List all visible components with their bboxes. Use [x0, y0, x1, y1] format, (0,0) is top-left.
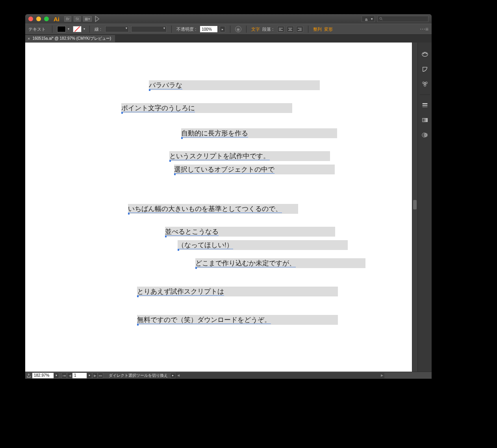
- paragraph-label: 段落 :: [262, 26, 273, 32]
- search-icon: [379, 17, 383, 21]
- text-content: 自動的に長方形を作る: [181, 130, 248, 137]
- stock-icon[interactable]: St: [74, 16, 81, 22]
- text-object[interactable]: 自動的に長方形を作る: [181, 128, 337, 138]
- text-anchor-handle[interactable]: [174, 174, 176, 175]
- artboard-prev-button[interactable]: ◀: [67, 373, 72, 378]
- status-text: ダイレクト選択ツールを切り換え: [109, 373, 168, 378]
- workspace-switcher[interactable]: a: [362, 16, 375, 22]
- text-anchor-handle[interactable]: [137, 324, 139, 326]
- transparency-panel-icon[interactable]: [420, 130, 430, 140]
- text-anchor-handle[interactable]: [181, 137, 183, 139]
- control-bar: テキスト 線 : 不透明度 : 100% ▸ ◉ 文字 段落 : 整列 変形 ⋯…: [25, 24, 432, 35]
- svg-rect-15: [422, 118, 427, 122]
- artboard-dropdown-arrow[interactable]: ▾: [87, 373, 92, 378]
- artboard-next-button[interactable]: ▶: [92, 373, 98, 378]
- swatches-panel-icon[interactable]: [420, 80, 430, 89]
- selection-context-label: テキスト: [28, 26, 46, 32]
- text-object[interactable]: いちばん幅の大きいものを基準としてつくるので、: [128, 204, 298, 214]
- minimize-window-button[interactable]: [36, 17, 41, 21]
- text-anchor-handle[interactable]: [137, 296, 139, 297]
- align-center-button[interactable]: [287, 26, 294, 32]
- svg-line-10: [423, 83, 425, 85]
- text-anchor-handle[interactable]: [178, 249, 179, 251]
- text-object[interactable]: （なってほしい!）: [178, 240, 348, 250]
- arrange-documents-icon[interactable]: ▦▾: [83, 16, 92, 22]
- text-content: いちばん幅の大きいものを基準としてつくるので、: [128, 205, 282, 213]
- artboard-first-button[interactable]: ⏮: [61, 373, 67, 378]
- title-bar: Ai Br St ▦▾ a: [25, 14, 432, 24]
- text-content: 無料ですので（笑）ダウンロードをどうぞ。: [137, 316, 271, 324]
- opacity-dropdown-arrow[interactable]: ▸: [220, 26, 225, 32]
- text-object[interactable]: どこまで作り込むか未定ですが、: [195, 258, 365, 268]
- color-guide-panel-icon[interactable]: [420, 65, 430, 74]
- horizontal-scrollbar[interactable]: ◀ ▶: [176, 373, 384, 378]
- vertical-scroll-thumb[interactable]: [413, 200, 417, 209]
- status-dropdown-arrow[interactable]: ▸: [170, 373, 176, 378]
- svg-line-11: [425, 83, 427, 85]
- workspace-label: a: [365, 17, 367, 22]
- bridge-icon[interactable]: Br: [64, 16, 71, 22]
- help-search-input[interactable]: [377, 16, 428, 22]
- zoom-dropdown-arrow[interactable]: ▾: [54, 373, 59, 378]
- share-icon[interactable]: [25, 373, 32, 378]
- gradient-panel-icon[interactable]: [420, 115, 430, 125]
- text-anchor-handle[interactable]: [121, 112, 123, 114]
- character-panel-link[interactable]: 文字: [251, 26, 260, 32]
- panel-dock: [417, 43, 432, 372]
- recolor-artwork-icon[interactable]: ◉: [235, 26, 241, 32]
- text-object[interactable]: バラバラな: [149, 80, 320, 90]
- zoom-level-input[interactable]: 182.97%: [32, 373, 54, 378]
- text-object[interactable]: 無料ですので（笑）ダウンロードをどうぞ。: [137, 315, 338, 325]
- text-content: とりあえず試作スクリプトは: [137, 288, 224, 296]
- text-object[interactable]: 並べるとこうなる: [165, 227, 335, 237]
- text-anchor-handle[interactable]: [128, 213, 130, 215]
- opacity-label: 不透明度 :: [176, 26, 196, 32]
- align-left-button[interactable]: [277, 26, 284, 32]
- text-content: ポイント文字のうしろに: [121, 104, 195, 112]
- window-controls: [28, 17, 49, 21]
- document-tab-bar: × 160515a.ai* @ 182.97% (CMYK/プレビュー): [25, 35, 432, 43]
- document-tab[interactable]: × 160515a.ai* @ 182.97% (CMYK/プレビュー): [25, 35, 115, 42]
- text-anchor-handle[interactable]: [165, 236, 167, 237]
- stroke-panel-icon[interactable]: [420, 100, 430, 110]
- text-object[interactable]: というスクリプトを試作中です。: [169, 151, 330, 161]
- opacity-input[interactable]: 100%: [200, 26, 217, 32]
- close-window-button[interactable]: [28, 17, 33, 21]
- fill-color-swatch[interactable]: [57, 26, 66, 32]
- stroke-weight-dropdown[interactable]: [105, 26, 129, 32]
- close-tab-icon[interactable]: ×: [28, 36, 30, 41]
- transform-panel-link[interactable]: 変形: [324, 26, 333, 32]
- stroke-profile-dropdown[interactable]: [131, 26, 167, 32]
- scroll-right-arrow[interactable]: ▶: [380, 373, 384, 378]
- text-anchor-handle[interactable]: [149, 89, 150, 91]
- control-bar-flyout-icon[interactable]: ⋯≡: [420, 26, 428, 32]
- zoom-window-button[interactable]: [44, 17, 49, 21]
- app-window: Ai Br St ▦▾ a テキスト 線 : 不透明度 : 100% ▸ ◉ 文…: [25, 14, 432, 379]
- text-anchor-handle[interactable]: [169, 160, 171, 162]
- svg-point-17: [423, 133, 428, 137]
- text-object[interactable]: ポイント文字のうしろに: [121, 103, 292, 113]
- vertical-scrollbar[interactable]: [412, 43, 417, 372]
- artboard-last-button[interactable]: ⏭: [98, 373, 103, 378]
- text-content: というスクリプトを試作中です。: [169, 152, 270, 160]
- svg-line-1: [382, 19, 383, 20]
- scroll-left-arrow[interactable]: ◀: [176, 373, 181, 378]
- canvas[interactable]: バラバラなポイント文字のうしろに自動的に長方形を作るというスクリプトを試作中です…: [25, 43, 412, 372]
- align-right-button[interactable]: [296, 26, 303, 32]
- gpu-preview-icon[interactable]: [94, 16, 101, 22]
- text-object[interactable]: とりあえず試作スクリプトは: [137, 287, 338, 296]
- stroke-label: 線 :: [95, 26, 101, 32]
- align-panel-link[interactable]: 整列: [313, 26, 322, 32]
- color-panel-icon[interactable]: [420, 50, 430, 59]
- text-content: 選択しているオブジェクトの中で: [174, 166, 274, 174]
- text-object[interactable]: 選択しているオブジェクトの中で: [174, 165, 335, 174]
- main-area: バラバラなポイント文字のうしろに自動的に長方形を作るというスクリプトを試作中です…: [25, 43, 432, 372]
- app-logo: Ai: [54, 16, 59, 22]
- text-content: バラバラな: [149, 81, 182, 89]
- text-content: どこまで作り込むか未定ですが、: [195, 259, 296, 267]
- svg-point-0: [380, 17, 382, 19]
- text-anchor-handle[interactable]: [195, 267, 197, 269]
- stroke-color-swatch[interactable]: [73, 26, 82, 32]
- artboard-number-input[interactable]: 1: [72, 373, 87, 378]
- text-content: 並べるとこうなる: [165, 228, 219, 236]
